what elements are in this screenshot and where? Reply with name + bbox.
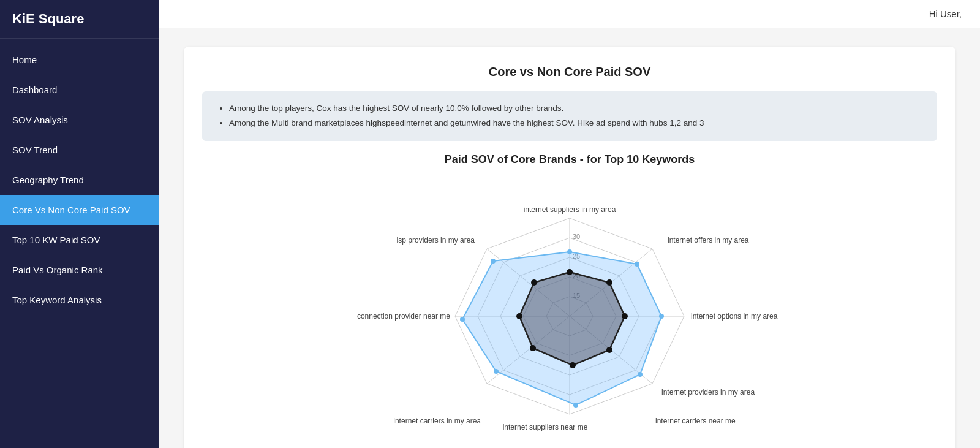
sidebar-nav: Home Dashboard SOV Analysis SOV Trend Ge…: [0, 39, 159, 315]
svg-point-18: [567, 249, 572, 254]
sidebar-item-sov-trend[interactable]: SOV Trend: [0, 135, 159, 165]
insight-2: Among the Multi brand marketplaces highs…: [229, 116, 922, 131]
svg-point-21: [638, 372, 643, 377]
svg-point-23: [494, 369, 499, 374]
svg-point-32: [530, 345, 536, 351]
svg-point-28: [606, 279, 612, 286]
card-title: Core vs Non Core Paid SOV: [202, 65, 937, 79]
svg-point-20: [659, 314, 664, 319]
main-card: Core vs Non Core Paid SOV Among the top …: [184, 47, 956, 448]
sidebar-item-dashboard[interactable]: Dashboard: [0, 75, 159, 105]
radar-container: 15 20 25 30: [202, 178, 937, 448]
svg-text:internet carriers in my area: internet carriers in my area: [393, 417, 481, 425]
svg-point-22: [573, 403, 578, 408]
svg-point-27: [567, 269, 573, 275]
sidebar-item-top10-kw[interactable]: Top 10 KW Paid SOV: [0, 225, 159, 255]
svg-point-30: [606, 347, 612, 353]
svg-point-19: [635, 262, 639, 267]
insight-box: Among the top players, Cox has the highe…: [202, 91, 937, 141]
radar-chart: 15 20 25 30: [355, 181, 784, 448]
svg-text:internet providers in my area: internet providers in my area: [662, 388, 755, 397]
sidebar-item-paid-vs-organic[interactable]: Paid Vs Organic Rank: [0, 255, 159, 285]
sidebar: KiE Square Home Dashboard SOV Analysis S…: [0, 0, 159, 448]
insight-1: Among the top players, Cox has the highe…: [229, 101, 922, 116]
svg-text:internet suppliers near me: internet suppliers near me: [503, 423, 588, 431]
svg-text:internet options in my area: internet options in my area: [691, 312, 778, 321]
sidebar-item-sov-analysis[interactable]: SOV Analysis: [0, 105, 159, 135]
svg-point-31: [570, 362, 576, 368]
svg-text:internet connection provider n: internet connection provider near me: [355, 312, 450, 321]
svg-point-34: [531, 279, 537, 286]
content-area: Core vs Non Core Paid SOV Among the top …: [159, 28, 980, 448]
sidebar-item-home[interactable]: Home: [0, 45, 159, 75]
main-area: Hi User, Core vs Non Core Paid SOV Among…: [159, 0, 980, 448]
svg-text:isp providers in my area: isp providers in my area: [397, 236, 475, 245]
topbar: Hi User,: [159, 0, 980, 28]
svg-point-29: [622, 313, 628, 319]
sidebar-item-top-keyword[interactable]: Top Keyword Analysis: [0, 285, 159, 315]
svg-text:internet carriers near me: internet carriers near me: [655, 417, 736, 425]
app-logo: KiE Square: [0, 0, 159, 39]
svg-point-24: [460, 317, 465, 322]
sidebar-item-geography-trend[interactable]: Geography Trend: [0, 165, 159, 195]
svg-point-33: [516, 313, 522, 319]
radar-section-title: Paid SOV of Core Brands - for Top 10 Key…: [202, 153, 937, 166]
radar-wrapper: 15 20 25 30: [355, 181, 784, 448]
svg-text:internet suppliers in my area: internet suppliers in my area: [524, 205, 616, 214]
svg-text:30: 30: [573, 233, 580, 240]
svg-point-25: [491, 259, 496, 264]
sidebar-item-core-vs-non-core[interactable]: Core Vs Non Core Paid SOV: [0, 195, 159, 225]
user-greeting: Hi User,: [929, 9, 962, 19]
svg-text:internet offers in my area: internet offers in my area: [668, 236, 749, 245]
